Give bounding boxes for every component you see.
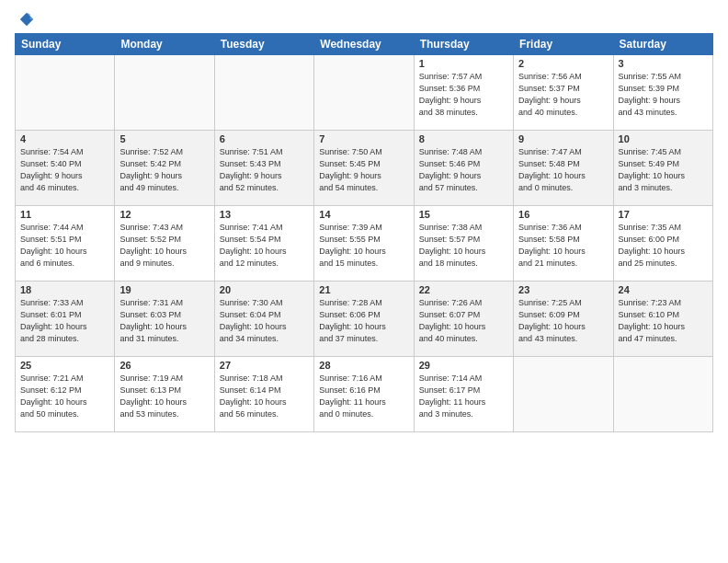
- day-info: Sunrise: 7:48 AM Sunset: 5:46 PM Dayligh…: [419, 146, 508, 194]
- day-number: 15: [419, 209, 508, 220]
- day-number: 10: [619, 133, 708, 144]
- calendar-cell: 21Sunrise: 7:28 AM Sunset: 6:06 PM Dayli…: [314, 282, 414, 357]
- day-info: Sunrise: 7:35 AM Sunset: 6:00 PM Dayligh…: [619, 222, 708, 270]
- day-info: Sunrise: 7:43 AM Sunset: 5:52 PM Dayligh…: [119, 222, 209, 270]
- calendar-cell: 13Sunrise: 7:41 AM Sunset: 5:54 PM Dayli…: [214, 206, 313, 282]
- calendar-cell: [16, 55, 115, 131]
- day-info: Sunrise: 7:41 AM Sunset: 5:54 PM Dayligh…: [220, 222, 309, 270]
- header: [15, 11, 713, 28]
- calendar-cell: 22Sunrise: 7:26 AM Sunset: 6:07 PM Dayli…: [414, 282, 513, 357]
- col-header-friday: Friday: [514, 34, 613, 55]
- calendar-cell: [214, 55, 313, 131]
- calendar-cell: 11Sunrise: 7:44 AM Sunset: 5:51 PM Dayli…: [16, 206, 115, 282]
- col-header-thursday: Thursday: [414, 34, 513, 55]
- calendar-cell: [115, 55, 214, 131]
- calendar-cell: 19Sunrise: 7:31 AM Sunset: 6:03 PM Dayli…: [115, 282, 214, 357]
- calendar-cell: 14Sunrise: 7:39 AM Sunset: 5:55 PM Dayli…: [314, 206, 414, 282]
- calendar-cell: 29Sunrise: 7:14 AM Sunset: 6:17 PM Dayli…: [414, 357, 513, 432]
- calendar-cell: [314, 55, 414, 131]
- calendar-cell: 28Sunrise: 7:16 AM Sunset: 6:16 PM Dayli…: [314, 357, 414, 432]
- calendar-cell: 25Sunrise: 7:21 AM Sunset: 6:12 PM Dayli…: [16, 357, 115, 432]
- week-row-2: 4Sunrise: 7:54 AM Sunset: 5:40 PM Daylig…: [16, 131, 713, 206]
- day-info: Sunrise: 7:18 AM Sunset: 6:14 PM Dayligh…: [220, 373, 309, 420]
- calendar-cell: [613, 357, 712, 432]
- day-number: 14: [319, 209, 408, 220]
- calendar-cell: 27Sunrise: 7:18 AM Sunset: 6:14 PM Dayli…: [214, 357, 313, 432]
- calendar-cell: 23Sunrise: 7:25 AM Sunset: 6:09 PM Dayli…: [514, 282, 613, 357]
- day-info: Sunrise: 7:23 AM Sunset: 6:10 PM Dayligh…: [619, 297, 708, 345]
- day-info: Sunrise: 7:21 AM Sunset: 6:12 PM Dayligh…: [20, 373, 109, 420]
- calendar-cell: 18Sunrise: 7:33 AM Sunset: 6:01 PM Dayli…: [16, 282, 115, 357]
- day-info: Sunrise: 7:25 AM Sunset: 6:09 PM Dayligh…: [518, 297, 608, 345]
- calendar-cell: 10Sunrise: 7:45 AM Sunset: 5:49 PM Dayli…: [613, 131, 712, 206]
- day-info: Sunrise: 7:52 AM Sunset: 5:42 PM Dayligh…: [119, 146, 209, 194]
- calendar-cell: 20Sunrise: 7:30 AM Sunset: 6:04 PM Dayli…: [214, 282, 313, 357]
- calendar-cell: 12Sunrise: 7:43 AM Sunset: 5:52 PM Dayli…: [115, 206, 214, 282]
- day-number: 7: [319, 133, 408, 144]
- day-number: 8: [419, 133, 508, 144]
- day-number: 20: [220, 284, 309, 295]
- page: SundayMondayTuesdayWednesdayThursdayFrid…: [0, 0, 728, 563]
- day-number: 5: [119, 133, 209, 144]
- calendar-cell: 7Sunrise: 7:50 AM Sunset: 5:45 PM Daylig…: [314, 131, 414, 206]
- day-number: 26: [119, 360, 209, 371]
- week-row-3: 11Sunrise: 7:44 AM Sunset: 5:51 PM Dayli…: [16, 206, 713, 282]
- col-header-saturday: Saturday: [613, 34, 712, 55]
- logo: [15, 11, 35, 28]
- day-info: Sunrise: 7:38 AM Sunset: 5:57 PM Dayligh…: [419, 222, 508, 270]
- day-number: 27: [220, 360, 309, 371]
- day-info: Sunrise: 7:57 AM Sunset: 5:36 PM Dayligh…: [419, 71, 508, 119]
- day-number: 3: [619, 58, 708, 69]
- day-info: Sunrise: 7:26 AM Sunset: 6:07 PM Dayligh…: [419, 297, 508, 345]
- day-number: 13: [220, 209, 309, 220]
- day-number: 9: [518, 133, 608, 144]
- day-info: Sunrise: 7:45 AM Sunset: 5:49 PM Dayligh…: [619, 146, 708, 194]
- calendar-cell: 5Sunrise: 7:52 AM Sunset: 5:42 PM Daylig…: [115, 131, 214, 206]
- calendar-cell: 26Sunrise: 7:19 AM Sunset: 6:13 PM Dayli…: [115, 357, 214, 432]
- day-info: Sunrise: 7:28 AM Sunset: 6:06 PM Dayligh…: [319, 297, 408, 345]
- day-number: 28: [319, 360, 408, 371]
- day-info: Sunrise: 7:16 AM Sunset: 6:16 PM Dayligh…: [319, 373, 408, 420]
- day-info: Sunrise: 7:44 AM Sunset: 5:51 PM Dayligh…: [20, 222, 109, 270]
- calendar-cell: 8Sunrise: 7:48 AM Sunset: 5:46 PM Daylig…: [414, 131, 513, 206]
- day-number: 12: [119, 209, 209, 220]
- day-info: Sunrise: 7:31 AM Sunset: 6:03 PM Dayligh…: [119, 297, 209, 345]
- day-info: Sunrise: 7:50 AM Sunset: 5:45 PM Dayligh…: [319, 146, 408, 194]
- day-number: 4: [20, 133, 109, 144]
- day-number: 24: [619, 284, 708, 295]
- week-row-4: 18Sunrise: 7:33 AM Sunset: 6:01 PM Dayli…: [16, 282, 713, 357]
- week-row-1: 1Sunrise: 7:57 AM Sunset: 5:36 PM Daylig…: [16, 55, 713, 131]
- calendar-cell: 16Sunrise: 7:36 AM Sunset: 5:58 PM Dayli…: [514, 206, 613, 282]
- col-header-monday: Monday: [115, 34, 214, 55]
- day-info: Sunrise: 7:47 AM Sunset: 5:48 PM Dayligh…: [518, 146, 608, 194]
- day-info: Sunrise: 7:33 AM Sunset: 6:01 PM Dayligh…: [20, 297, 109, 345]
- day-info: Sunrise: 7:39 AM Sunset: 5:55 PM Dayligh…: [319, 222, 408, 270]
- col-header-wednesday: Wednesday: [314, 34, 414, 55]
- day-number: 21: [319, 284, 408, 295]
- day-number: 18: [20, 284, 109, 295]
- day-number: 1: [419, 58, 508, 69]
- calendar-cell: 4Sunrise: 7:54 AM Sunset: 5:40 PM Daylig…: [16, 131, 115, 206]
- header-row: SundayMondayTuesdayWednesdayThursdayFrid…: [16, 34, 713, 55]
- day-number: 25: [20, 360, 109, 371]
- day-info: Sunrise: 7:19 AM Sunset: 6:13 PM Dayligh…: [119, 373, 209, 420]
- day-number: 6: [220, 133, 309, 144]
- calendar-cell: 9Sunrise: 7:47 AM Sunset: 5:48 PM Daylig…: [514, 131, 613, 206]
- calendar-cell: 17Sunrise: 7:35 AM Sunset: 6:00 PM Dayli…: [613, 206, 712, 282]
- calendar-cell: 15Sunrise: 7:38 AM Sunset: 5:57 PM Dayli…: [414, 206, 513, 282]
- day-number: 2: [518, 58, 608, 69]
- day-number: 23: [518, 284, 608, 295]
- day-number: 11: [20, 209, 109, 220]
- day-number: 19: [119, 284, 209, 295]
- calendar-cell: 2Sunrise: 7:56 AM Sunset: 5:37 PM Daylig…: [514, 55, 613, 131]
- calendar-cell: 6Sunrise: 7:51 AM Sunset: 5:43 PM Daylig…: [214, 131, 313, 206]
- calendar: SundayMondayTuesdayWednesdayThursdayFrid…: [15, 33, 713, 432]
- day-info: Sunrise: 7:56 AM Sunset: 5:37 PM Dayligh…: [518, 71, 608, 119]
- logo-icon: [18, 11, 35, 28]
- day-number: 17: [619, 209, 708, 220]
- col-header-sunday: Sunday: [16, 34, 115, 55]
- day-info: Sunrise: 7:36 AM Sunset: 5:58 PM Dayligh…: [518, 222, 608, 270]
- calendar-cell: 1Sunrise: 7:57 AM Sunset: 5:36 PM Daylig…: [414, 55, 513, 131]
- day-number: 16: [518, 209, 608, 220]
- day-info: Sunrise: 7:30 AM Sunset: 6:04 PM Dayligh…: [220, 297, 309, 345]
